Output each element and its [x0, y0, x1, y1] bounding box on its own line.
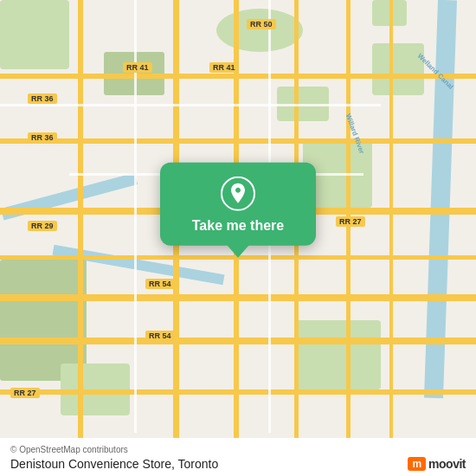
location-pin-icon: [221, 177, 255, 211]
road-label-rr54a: RR 54: [145, 279, 175, 289]
road-label-rr50: RR 50: [247, 19, 276, 29]
road-label-rr36b: RR 36: [28, 132, 57, 143]
take-me-there-button[interactable]: Take me there: [192, 218, 284, 234]
road-label-rr27a: RR 27: [336, 216, 365, 227]
attribution-text: © OpenStreetMap contributors: [10, 445, 466, 454]
road-label-rr27b: RR 27: [10, 388, 40, 398]
location-info: Denistoun Convenience Store, Toronto m m…: [10, 457, 466, 471]
bottom-bar: © OpenStreetMap contributors Denistoun C…: [0, 438, 476, 476]
moovit-logo: m moovit: [408, 457, 466, 471]
road-label-rr41b: RR 41: [209, 62, 239, 73]
location-name: Denistoun Convenience Store, Toronto: [10, 457, 218, 471]
road-label-rr41a: RR 41: [123, 62, 152, 73]
moovit-wordmark: moovit: [428, 457, 466, 471]
map-container[interactable]: RR 50 RR 41 RR 41 RR 36 RR 36 RR 29 RR 5…: [0, 0, 476, 438]
app: RR 50 RR 41 RR 41 RR 36 RR 36 RR 29 RR 5…: [0, 0, 476, 476]
road-label-rr29: RR 29: [28, 221, 57, 231]
road-label-rr36a: RR 36: [28, 93, 57, 104]
popup-card: Take me there: [160, 163, 316, 246]
road-label-rr54b: RR 54: [145, 331, 175, 341]
moovit-m-badge: m: [408, 457, 426, 471]
